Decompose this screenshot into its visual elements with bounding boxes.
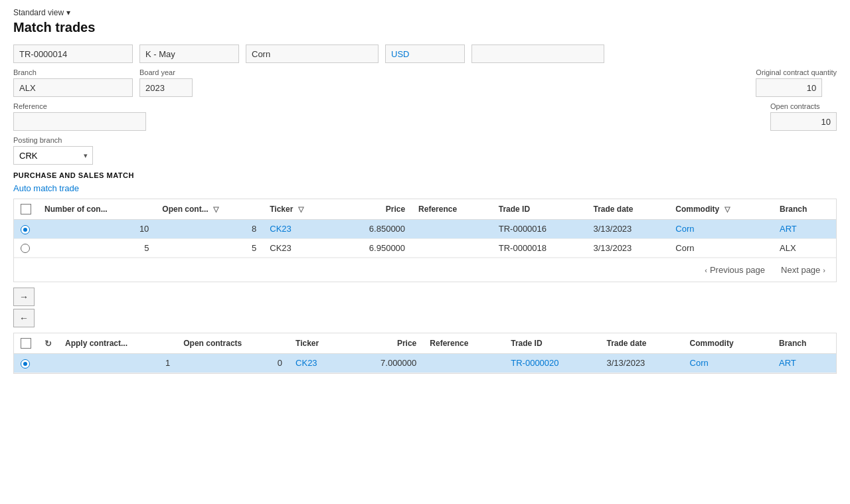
btd-reference xyxy=(423,354,504,373)
table-row[interactable]: 10 8 CK23 6.850000 TR-0000016 3/13/2023 … xyxy=(14,220,836,239)
prev-page-label: Previous page xyxy=(710,265,765,275)
branch-label: Branch xyxy=(13,68,133,76)
bth-refresh: ↻ xyxy=(38,333,58,354)
original-qty-label: Original contract quantity xyxy=(756,68,837,76)
th-trade-id: Trade ID xyxy=(492,199,587,220)
open-contracts-filter-icon[interactable]: ▽ xyxy=(213,205,218,214)
left-arrow-icon: ← xyxy=(19,313,29,323)
btd-trade-date: 3/13/2023 xyxy=(600,354,683,373)
open-contracts-label: Open contracts xyxy=(770,102,837,110)
left-arrow-button[interactable]: ← xyxy=(13,309,35,327)
select-all-checkbox[interactable] xyxy=(21,204,31,214)
bth-price: Price xyxy=(346,333,423,354)
right-arrow-button[interactable]: → xyxy=(13,288,35,306)
next-page-label: Next page xyxy=(781,265,820,275)
btd-open-contracts: 0 xyxy=(177,354,289,373)
refresh-icon[interactable]: ↻ xyxy=(44,339,52,349)
branch-input[interactable] xyxy=(13,78,133,97)
currency-input[interactable] xyxy=(385,44,465,63)
open-contracts-input[interactable] xyxy=(770,112,837,131)
th-price: Price xyxy=(335,199,412,220)
row-radio-btn[interactable] xyxy=(21,225,30,234)
bottom-row-radio-btn[interactable] xyxy=(21,359,30,369)
trade-id-input[interactable] xyxy=(13,44,133,63)
td-trade-date: 3/13/2023 xyxy=(587,220,669,239)
td-trade-id: TR-0000018 xyxy=(492,238,587,258)
posting-branch-group: Posting branch CRK ALX ART xyxy=(13,136,93,165)
bth-branch: Branch xyxy=(772,333,836,354)
board-year-input[interactable] xyxy=(139,78,193,97)
btd-branch[interactable]: ART xyxy=(772,354,836,373)
td-commodity: Corn xyxy=(669,238,773,258)
branch-group: Branch xyxy=(13,68,133,97)
bottom-select-all-checkbox[interactable] xyxy=(21,338,31,349)
td-reference xyxy=(412,238,492,258)
th-select xyxy=(14,199,38,220)
td-reference xyxy=(412,220,492,239)
posting-branch-select-wrapper: CRK ALX ART xyxy=(13,146,93,165)
btd-price: 7.000000 xyxy=(346,354,423,373)
next-chevron-icon: › xyxy=(823,266,825,274)
td-radio xyxy=(14,220,38,239)
btd-ticker[interactable]: CK23 xyxy=(289,354,346,373)
bottom-table-header-row: ↻ Apply contract... Open contracts Ticke… xyxy=(14,333,836,354)
td-trade-date: 3/13/2023 xyxy=(587,238,669,258)
td-trade-id: TR-0000016 xyxy=(492,220,587,239)
posting-branch-select[interactable]: CRK ALX ART xyxy=(13,146,93,165)
table-row[interactable]: 1 0 CK23 7.000000 TR-0000020 3/13/2023 C… xyxy=(14,354,836,373)
td-branch[interactable]: ART xyxy=(773,220,836,239)
td-ticker[interactable]: CK23 xyxy=(263,220,335,239)
board-year-label: Board year xyxy=(139,68,193,76)
fifth-field-input[interactable] xyxy=(471,44,604,63)
bth-reference: Reference xyxy=(423,333,504,354)
th-branch: Branch xyxy=(773,199,836,220)
ticker-filter-icon[interactable]: ▽ xyxy=(298,205,303,214)
auto-match-link[interactable]: Auto match trade xyxy=(13,183,79,193)
td-ticker: CK23 xyxy=(263,238,335,258)
th-commodity: Commodity ▽ xyxy=(669,199,773,220)
open-contracts-group: Open contracts xyxy=(770,102,837,131)
prev-page-button[interactable]: ‹ Previous page xyxy=(702,264,768,276)
top-table: Number of con... Open cont... ▽ Ticker ▽… xyxy=(14,199,836,258)
bth-ticker: Ticker xyxy=(289,333,346,354)
btd-commodity[interactable]: Corn xyxy=(683,354,772,373)
original-qty-group: Original contract quantity xyxy=(756,68,837,97)
contract-input[interactable] xyxy=(139,44,239,63)
th-ticker: Ticker ▽ xyxy=(263,199,335,220)
arrow-buttons-group: → ← xyxy=(13,288,837,327)
btd-refresh xyxy=(38,354,58,373)
original-qty-input[interactable] xyxy=(756,78,822,97)
bth-open-contracts: Open contracts xyxy=(177,333,289,354)
standard-view-toggle[interactable]: Standard view ▾ xyxy=(13,8,837,17)
bth-trade-date: Trade date xyxy=(600,333,683,354)
page-title: Match trades xyxy=(13,20,837,35)
th-trade-date: Trade date xyxy=(587,199,669,220)
btd-trade-id[interactable]: TR-0000020 xyxy=(504,354,600,373)
td-price: 6.950000 xyxy=(335,238,412,258)
bottom-table-body: 1 0 CK23 7.000000 TR-0000020 3/13/2023 C… xyxy=(14,354,836,373)
right-arrow-icon: → xyxy=(19,292,29,302)
posting-branch-label: Posting branch xyxy=(13,136,93,144)
reference-group: Reference xyxy=(13,102,146,131)
top-table-container: Number of con... Open cont... ▽ Ticker ▽… xyxy=(13,199,837,282)
standard-view-chevron: ▾ xyxy=(66,8,70,17)
commodity-input[interactable] xyxy=(246,44,379,63)
bth-select xyxy=(14,333,38,354)
standard-view-label: Standard view xyxy=(13,8,64,17)
form-row-2: Branch Board year Original contract quan… xyxy=(13,68,837,97)
btd-apply-contracts: 1 xyxy=(58,354,177,373)
td-price: 6.850000 xyxy=(335,220,412,239)
table-row[interactable]: 5 5 CK23 6.950000 TR-0000018 3/13/2023 C… xyxy=(14,238,836,258)
reference-input[interactable] xyxy=(13,112,146,131)
prev-chevron-icon: ‹ xyxy=(705,266,707,274)
td-radio xyxy=(14,238,38,258)
row-radio-btn[interactable] xyxy=(21,244,30,253)
top-table-body: 10 8 CK23 6.850000 TR-0000016 3/13/2023 … xyxy=(14,220,836,258)
commodity-filter-icon[interactable]: ▽ xyxy=(724,205,730,214)
td-commodity[interactable]: Corn xyxy=(669,220,773,239)
next-page-button[interactable]: Next page › xyxy=(778,264,828,276)
bottom-table-container: ↻ Apply contract... Open contracts Ticke… xyxy=(13,333,837,374)
form-row-1 xyxy=(13,44,837,63)
th-open-contracts: Open cont... ▽ xyxy=(155,199,263,220)
btd-radio xyxy=(14,354,38,373)
